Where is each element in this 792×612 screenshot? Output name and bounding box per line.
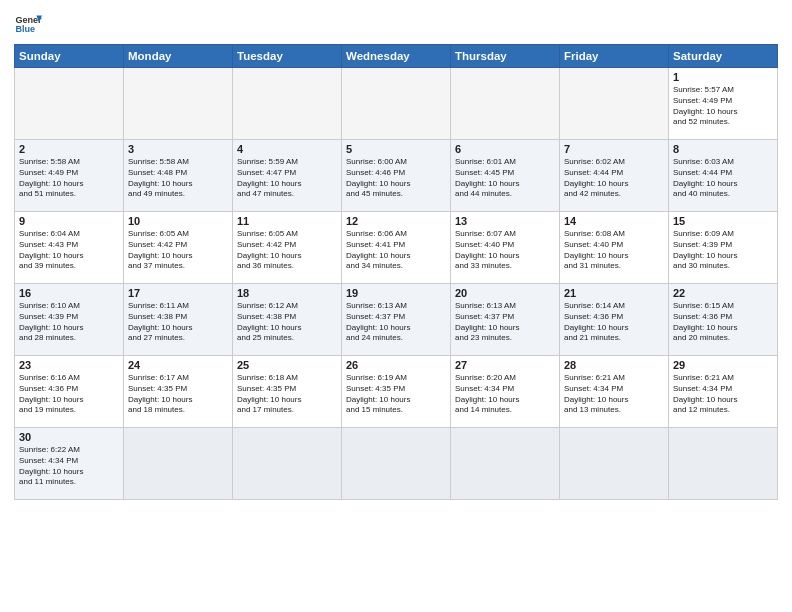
- calendar-cell: 21Sunrise: 6:14 AMSunset: 4:36 PMDayligh…: [560, 284, 669, 356]
- calendar-cell: [233, 428, 342, 500]
- calendar-cell: [560, 428, 669, 500]
- calendar-row-5: 30Sunrise: 6:22 AMSunset: 4:34 PMDayligh…: [15, 428, 778, 500]
- calendar-cell: 27Sunrise: 6:20 AMSunset: 4:34 PMDayligh…: [451, 356, 560, 428]
- day-number: 17: [128, 287, 228, 299]
- calendar-cell: 12Sunrise: 6:06 AMSunset: 4:41 PMDayligh…: [342, 212, 451, 284]
- calendar-cell: [451, 68, 560, 140]
- day-info: Sunrise: 6:10 AMSunset: 4:39 PMDaylight:…: [19, 301, 119, 344]
- day-number: 24: [128, 359, 228, 371]
- day-info: Sunrise: 6:21 AMSunset: 4:34 PMDaylight:…: [673, 373, 773, 416]
- calendar-cell: 14Sunrise: 6:08 AMSunset: 4:40 PMDayligh…: [560, 212, 669, 284]
- calendar-cell: 4Sunrise: 5:59 AMSunset: 4:47 PMDaylight…: [233, 140, 342, 212]
- day-info: Sunrise: 6:17 AMSunset: 4:35 PMDaylight:…: [128, 373, 228, 416]
- day-number: 29: [673, 359, 773, 371]
- calendar-cell: 1Sunrise: 5:57 AMSunset: 4:49 PMDaylight…: [669, 68, 778, 140]
- day-number: 1: [673, 71, 773, 83]
- weekday-header-wednesday: Wednesday: [342, 45, 451, 68]
- day-info: Sunrise: 6:13 AMSunset: 4:37 PMDaylight:…: [346, 301, 446, 344]
- calendar-cell: [342, 68, 451, 140]
- day-number: 13: [455, 215, 555, 227]
- calendar-cell: 26Sunrise: 6:19 AMSunset: 4:35 PMDayligh…: [342, 356, 451, 428]
- day-number: 23: [19, 359, 119, 371]
- day-number: 15: [673, 215, 773, 227]
- day-number: 5: [346, 143, 446, 155]
- day-number: 7: [564, 143, 664, 155]
- day-info: Sunrise: 6:01 AMSunset: 4:45 PMDaylight:…: [455, 157, 555, 200]
- calendar-cell: [669, 428, 778, 500]
- day-number: 11: [237, 215, 337, 227]
- calendar-cell: 18Sunrise: 6:12 AMSunset: 4:38 PMDayligh…: [233, 284, 342, 356]
- calendar-cell: [124, 68, 233, 140]
- calendar-cell: 15Sunrise: 6:09 AMSunset: 4:39 PMDayligh…: [669, 212, 778, 284]
- day-number: 4: [237, 143, 337, 155]
- day-number: 2: [19, 143, 119, 155]
- day-number: 14: [564, 215, 664, 227]
- calendar-cell: 8Sunrise: 6:03 AMSunset: 4:44 PMDaylight…: [669, 140, 778, 212]
- calendar-cell: 20Sunrise: 6:13 AMSunset: 4:37 PMDayligh…: [451, 284, 560, 356]
- calendar-row-2: 9Sunrise: 6:04 AMSunset: 4:43 PMDaylight…: [15, 212, 778, 284]
- weekday-header-monday: Monday: [124, 45, 233, 68]
- day-number: 26: [346, 359, 446, 371]
- logo-icon: General Blue: [14, 10, 42, 38]
- day-info: Sunrise: 6:15 AMSunset: 4:36 PMDaylight:…: [673, 301, 773, 344]
- day-number: 6: [455, 143, 555, 155]
- calendar-cell: 25Sunrise: 6:18 AMSunset: 4:35 PMDayligh…: [233, 356, 342, 428]
- calendar-cell: 22Sunrise: 6:15 AMSunset: 4:36 PMDayligh…: [669, 284, 778, 356]
- day-info: Sunrise: 5:57 AMSunset: 4:49 PMDaylight:…: [673, 85, 773, 128]
- day-info: Sunrise: 5:58 AMSunset: 4:48 PMDaylight:…: [128, 157, 228, 200]
- day-info: Sunrise: 6:00 AMSunset: 4:46 PMDaylight:…: [346, 157, 446, 200]
- calendar-cell: 3Sunrise: 5:58 AMSunset: 4:48 PMDaylight…: [124, 140, 233, 212]
- calendar-cell: 17Sunrise: 6:11 AMSunset: 4:38 PMDayligh…: [124, 284, 233, 356]
- day-info: Sunrise: 5:58 AMSunset: 4:49 PMDaylight:…: [19, 157, 119, 200]
- day-number: 21: [564, 287, 664, 299]
- calendar-cell: 10Sunrise: 6:05 AMSunset: 4:42 PMDayligh…: [124, 212, 233, 284]
- calendar-cell: [451, 428, 560, 500]
- calendar-cell: [15, 68, 124, 140]
- day-info: Sunrise: 6:04 AMSunset: 4:43 PMDaylight:…: [19, 229, 119, 272]
- day-info: Sunrise: 6:20 AMSunset: 4:34 PMDaylight:…: [455, 373, 555, 416]
- weekday-header-friday: Friday: [560, 45, 669, 68]
- calendar-row-0: 1Sunrise: 5:57 AMSunset: 4:49 PMDaylight…: [15, 68, 778, 140]
- calendar-cell: 6Sunrise: 6:01 AMSunset: 4:45 PMDaylight…: [451, 140, 560, 212]
- day-number: 27: [455, 359, 555, 371]
- calendar-cell: 30Sunrise: 6:22 AMSunset: 4:34 PMDayligh…: [15, 428, 124, 500]
- day-number: 18: [237, 287, 337, 299]
- day-info: Sunrise: 6:21 AMSunset: 4:34 PMDaylight:…: [564, 373, 664, 416]
- calendar-cell: 19Sunrise: 6:13 AMSunset: 4:37 PMDayligh…: [342, 284, 451, 356]
- day-info: Sunrise: 6:05 AMSunset: 4:42 PMDaylight:…: [237, 229, 337, 272]
- calendar-cell: [124, 428, 233, 500]
- calendar-cell: 16Sunrise: 6:10 AMSunset: 4:39 PMDayligh…: [15, 284, 124, 356]
- day-number: 3: [128, 143, 228, 155]
- day-info: Sunrise: 6:14 AMSunset: 4:36 PMDaylight:…: [564, 301, 664, 344]
- day-info: Sunrise: 6:08 AMSunset: 4:40 PMDaylight:…: [564, 229, 664, 272]
- day-number: 9: [19, 215, 119, 227]
- weekday-header-thursday: Thursday: [451, 45, 560, 68]
- day-number: 30: [19, 431, 119, 443]
- day-info: Sunrise: 6:13 AMSunset: 4:37 PMDaylight:…: [455, 301, 555, 344]
- day-number: 8: [673, 143, 773, 155]
- calendar-cell: 23Sunrise: 6:16 AMSunset: 4:36 PMDayligh…: [15, 356, 124, 428]
- day-number: 19: [346, 287, 446, 299]
- calendar-table: SundayMondayTuesdayWednesdayThursdayFrid…: [14, 44, 778, 500]
- calendar-cell: 13Sunrise: 6:07 AMSunset: 4:40 PMDayligh…: [451, 212, 560, 284]
- day-number: 25: [237, 359, 337, 371]
- day-info: Sunrise: 6:03 AMSunset: 4:44 PMDaylight:…: [673, 157, 773, 200]
- calendar-cell: 7Sunrise: 6:02 AMSunset: 4:44 PMDaylight…: [560, 140, 669, 212]
- day-number: 22: [673, 287, 773, 299]
- calendar-cell: 2Sunrise: 5:58 AMSunset: 4:49 PMDaylight…: [15, 140, 124, 212]
- weekday-header-tuesday: Tuesday: [233, 45, 342, 68]
- day-info: Sunrise: 6:22 AMSunset: 4:34 PMDaylight:…: [19, 445, 119, 488]
- day-info: Sunrise: 6:12 AMSunset: 4:38 PMDaylight:…: [237, 301, 337, 344]
- day-number: 10: [128, 215, 228, 227]
- day-info: Sunrise: 6:06 AMSunset: 4:41 PMDaylight:…: [346, 229, 446, 272]
- weekday-header-row: SundayMondayTuesdayWednesdayThursdayFrid…: [15, 45, 778, 68]
- day-number: 16: [19, 287, 119, 299]
- day-number: 12: [346, 215, 446, 227]
- calendar-cell: [342, 428, 451, 500]
- header: General Blue: [14, 10, 778, 38]
- calendar-cell: 28Sunrise: 6:21 AMSunset: 4:34 PMDayligh…: [560, 356, 669, 428]
- day-info: Sunrise: 6:16 AMSunset: 4:36 PMDaylight:…: [19, 373, 119, 416]
- calendar-row-3: 16Sunrise: 6:10 AMSunset: 4:39 PMDayligh…: [15, 284, 778, 356]
- weekday-header-sunday: Sunday: [15, 45, 124, 68]
- day-info: Sunrise: 6:11 AMSunset: 4:38 PMDaylight:…: [128, 301, 228, 344]
